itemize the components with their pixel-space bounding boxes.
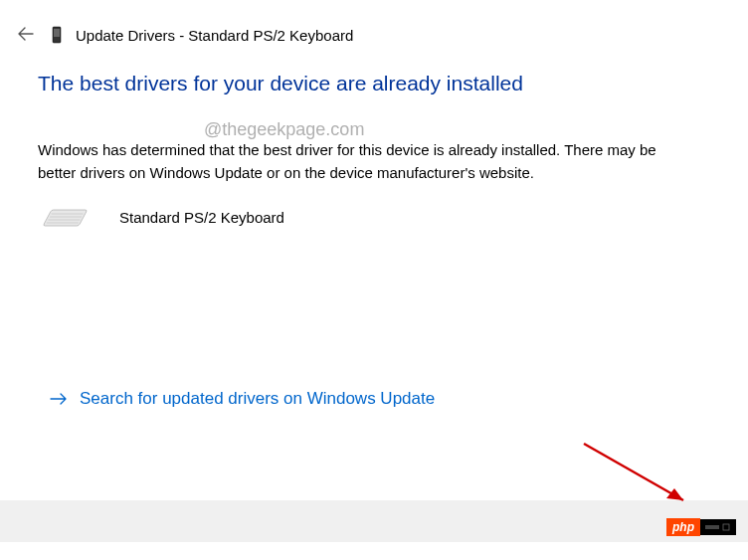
- device-icon: [52, 26, 62, 44]
- php-badge-text: php: [666, 518, 700, 536]
- svg-rect-2: [43, 210, 88, 226]
- keyboard-icon: [38, 202, 92, 232]
- annotation-arrow-icon: [579, 439, 698, 508]
- windows-update-link-text: Search for updated drivers on Windows Up…: [80, 389, 435, 409]
- badge-dark-icon: [700, 519, 736, 535]
- svg-marker-8: [666, 488, 683, 500]
- svg-rect-1: [54, 29, 60, 37]
- content-area: The best drivers for your device are alr…: [0, 54, 748, 409]
- windows-update-link[interactable]: Search for updated drivers on Windows Up…: [38, 389, 710, 409]
- footer-bar: [0, 500, 748, 542]
- svg-line-7: [584, 444, 683, 500]
- window-title: Update Drivers - Standard PS/2 Keyboard: [76, 27, 353, 44]
- svg-rect-10: [723, 524, 729, 530]
- device-row: Standard PS/2 Keyboard: [38, 202, 710, 232]
- watermark-text: @thegeekpage.com: [204, 119, 364, 140]
- svg-rect-9: [705, 525, 719, 529]
- header-bar: Update Drivers - Standard PS/2 Keyboard: [0, 0, 748, 54]
- back-arrow-icon[interactable]: [18, 27, 34, 44]
- watermark-badge: php: [666, 518, 736, 536]
- arrow-right-icon: [50, 390, 68, 408]
- device-name-label: Standard PS/2 Keyboard: [119, 209, 284, 226]
- page-headline: The best drivers for your device are alr…: [38, 72, 710, 95]
- description-text: Windows has determined that the best dri…: [38, 139, 694, 184]
